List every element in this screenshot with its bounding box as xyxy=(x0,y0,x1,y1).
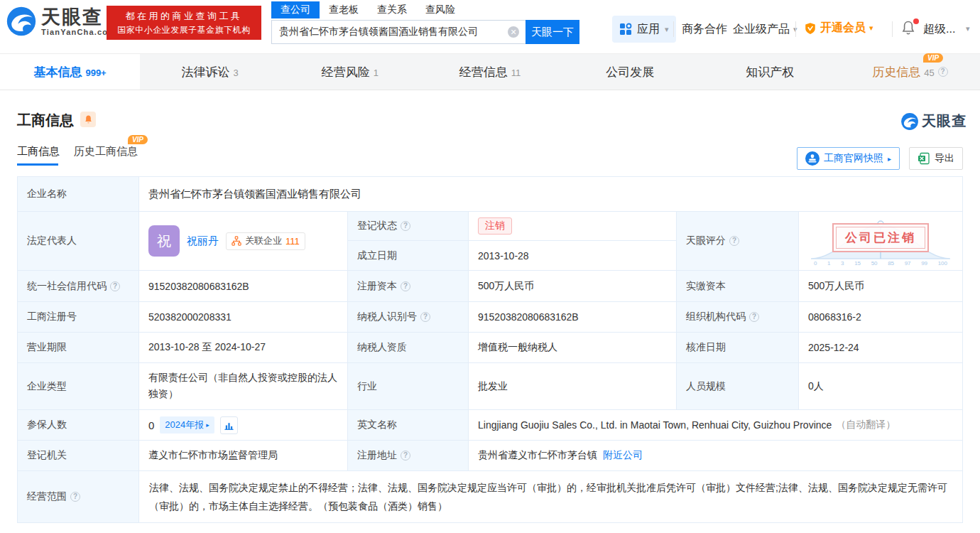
active-subtab-underline xyxy=(17,163,58,166)
reg-capital-value: 500万人民币 xyxy=(469,271,677,302)
tab-intellectual-property[interactable]: 知识产权 xyxy=(700,54,840,90)
divider xyxy=(892,21,893,37)
company-type-label: 企业类型 xyxy=(18,363,139,410)
reg-status-label: 登记状态 ? xyxy=(348,212,469,241)
tab-label: 经营风险 xyxy=(322,64,370,80)
divider xyxy=(795,21,796,37)
tab-count: 11 xyxy=(511,68,521,78)
business-scope-value: 法律、法规、国务院决定规定禁止的不得经营；法律、法规、国务院决定规定应当许可（审… xyxy=(139,471,963,523)
legal-rep-avatar[interactable]: 祝 xyxy=(148,225,180,257)
reg-authority-value: 遵义市仁怀市市场监督管理局 xyxy=(139,441,348,471)
english-name-value: Lingjiang Guojiu Sales Co., Ltd. in Maot… xyxy=(469,410,963,441)
promo-banner: 都在用的商业查询工具 国家中小企业发展子基金旗下机构 xyxy=(107,6,261,40)
staff-size-value: 0人 xyxy=(799,363,963,410)
insured-count-value: 0 2024年报 ▸ xyxy=(139,410,348,441)
company-type-value: 有限责任公司（非自然人投资或控股的法人独资） xyxy=(139,363,348,410)
help-icon[interactable]: ? xyxy=(749,312,759,322)
taxpayer-quality-label: 纳税人资质 xyxy=(348,333,469,363)
business-term-label: 营业期限 xyxy=(18,333,139,363)
search-box: ✕ 天眼一下 xyxy=(271,20,579,44)
legal-rep-value: 祝 祝丽丹 关联企业 111 xyxy=(139,212,348,271)
apps-menu[interactable]: 应用 ▾ xyxy=(612,16,676,43)
tyc-score-label: 天眼评分 ? xyxy=(677,212,799,271)
reg-address-value: 贵州省遵义市仁怀市茅台镇 附近公司 xyxy=(469,441,963,471)
search-input[interactable] xyxy=(271,20,526,44)
open-vip-link[interactable]: 开通会员 ▾ xyxy=(804,21,873,36)
enterprise-products-link[interactable]: 企业级产品 ▾ xyxy=(733,22,797,37)
help-icon[interactable]: ? xyxy=(70,492,80,502)
help-icon[interactable]: ? xyxy=(420,312,430,322)
help-icon[interactable]: ? xyxy=(729,236,739,246)
help-icon[interactable]: ? xyxy=(401,281,410,291)
help-icon[interactable]: ? xyxy=(401,451,410,461)
legal-rep-name-link[interactable]: 祝丽丹 xyxy=(187,235,219,248)
help-icon[interactable]: ? xyxy=(401,221,410,231)
related-companies-badge[interactable]: 关联企业 111 xyxy=(226,232,305,250)
paid-capital-label: 实缴资本 xyxy=(677,271,799,302)
tab-operation-risk[interactable]: 经营风险 1 xyxy=(280,54,420,90)
tianyancha-company-page: 天眼查 TianYanCha.com 都在用的商业查询工具 国家中小企业发展子基… xyxy=(0,0,980,533)
label-text: 经营范围 xyxy=(27,490,67,503)
status-badge: 注销 xyxy=(478,217,512,235)
notification-bell-icon[interactable] xyxy=(900,19,918,38)
search-tab-relation[interactable]: 查关系 xyxy=(368,1,416,18)
legal-rep-label: 法定代表人 xyxy=(18,212,139,271)
nearby-companies-link[interactable]: 附近公司 xyxy=(603,449,643,462)
official-snapshot-button[interactable]: 工商官网快照 ▸ xyxy=(797,147,900,170)
search-tab-company[interactable]: 查公司 xyxy=(271,1,320,18)
org-code-value: 08068316-2 xyxy=(799,302,963,333)
tab-legal-litigation[interactable]: 法律诉讼 3 xyxy=(140,54,280,90)
industry-label: 行业 xyxy=(348,363,469,410)
label-text: 登记状态 xyxy=(357,220,397,232)
tianyancha-logo[interactable]: 天眼查 TianYanCha.com xyxy=(41,6,116,36)
tab-company-development[interactable]: 公司发展 xyxy=(560,54,700,90)
reg-address-label: 注册地址 ? xyxy=(348,441,469,471)
business-cooperation-link[interactable]: 商务合作 xyxy=(682,22,727,37)
stamp-text: 公司已注销 xyxy=(836,227,925,249)
business-scope-label: 经营范围 ? xyxy=(18,471,139,523)
help-icon[interactable]: ? xyxy=(938,67,948,77)
annual-report-pill[interactable]: 2024年报 ▸ xyxy=(160,416,214,434)
staff-size-label: 人员规模 xyxy=(677,363,799,410)
tab-operation-info[interactable]: 经营信息 11 xyxy=(420,54,560,90)
subtab-business-info[interactable]: 工商信息 xyxy=(17,145,60,158)
tab-history-info[interactable]: 历史信息 VIP 45 ? xyxy=(840,54,980,90)
caret-down-icon[interactable]: ▾ xyxy=(966,24,970,33)
export-button[interactable]: 导出 xyxy=(909,147,963,170)
search-button[interactable]: 天眼一下 xyxy=(526,20,579,44)
english-name-text: Lingjiang Guojiu Sales Co., Ltd. in Maot… xyxy=(478,419,832,431)
label-text: 注册地址 xyxy=(357,449,397,462)
tyc-score-value: 0131550859799100 公司已注销 xyxy=(799,212,963,271)
watermark-text: 天眼查 xyxy=(922,112,967,131)
clear-search-icon[interactable]: ✕ xyxy=(508,26,519,38)
tab-label: 法律诉讼 xyxy=(182,64,230,80)
label-text: 组织机构代码 xyxy=(686,311,746,323)
help-icon[interactable]: ? xyxy=(110,281,120,291)
bar-chart-icon xyxy=(224,420,234,431)
establish-date-label: 成立日期 xyxy=(348,241,469,271)
tab-basic-info[interactable]: 基本信息 999+ xyxy=(0,54,140,90)
search-tab-boss[interactable]: 查老板 xyxy=(320,1,368,18)
subtab-label: 历史工商信息 xyxy=(74,145,138,157)
english-name-label: 英文名称 xyxy=(348,410,469,441)
enterprise-products-label: 企业级产品 xyxy=(733,22,790,37)
table-row: 营业期限 2013-10-28 至 2024-10-27 纳税人资质 增值税一般… xyxy=(18,333,963,363)
tab-count: 45 xyxy=(924,68,934,78)
auto-translate-note: （自动翻译） xyxy=(836,419,895,431)
reg-status-value: 注销 xyxy=(469,212,677,241)
subtab-history-business-info[interactable]: 历史工商信息 VIP xyxy=(74,145,138,158)
search-tab-risk[interactable]: 查风险 xyxy=(416,1,464,18)
caret-down-icon: ▾ xyxy=(869,23,873,33)
insured-trend-chart-button[interactable] xyxy=(220,416,238,434)
section-title: 工商信息 xyxy=(17,111,74,130)
address-text: 贵州省遵义市仁怀市茅台镇 xyxy=(478,449,597,462)
logo-domain-text: TianYanCha.com xyxy=(41,28,116,36)
deregistered-stamp: 公司已注销 xyxy=(832,223,929,252)
tianyancha-logo-icon xyxy=(900,112,919,131)
label-text: 天眼评分 xyxy=(686,235,726,247)
super-vip-link[interactable]: 超级... xyxy=(923,22,955,37)
reg-number-label: 工商注册号 xyxy=(18,302,139,333)
table-row: 法定代表人 祝 祝丽丹 关联企业 111 登记状态 ? xyxy=(18,212,963,271)
tianyancha-logo-icon[interactable] xyxy=(6,6,37,37)
monitor-bell-icon[interactable] xyxy=(80,112,96,127)
